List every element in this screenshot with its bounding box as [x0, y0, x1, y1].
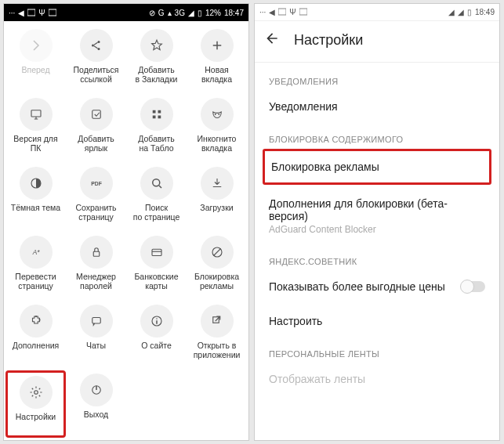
menu-item-label: Тёмная тема	[11, 203, 60, 212]
menu-item-chat[interactable]: Чаты	[66, 301, 126, 369]
svg-rect-1	[49, 9, 56, 16]
blocking-addons-label: Дополнения для блокировки (бета-версия)	[269, 197, 485, 222]
menu-item-desktop[interactable]: Версия для ПК	[5, 95, 66, 162]
card-icon	[27, 9, 35, 16]
menu-item-block[interactable]: Блокировка рекламы	[187, 233, 247, 300]
back-button[interactable]	[264, 31, 280, 49]
menu-item-label: Загрузки	[200, 203, 233, 212]
menu-item-label: О сайте	[141, 341, 172, 350]
signal2-icon: ◢	[188, 9, 194, 17]
star-icon	[140, 29, 173, 62]
search-icon	[140, 167, 173, 200]
signal1-icon: ▴	[168, 9, 172, 17]
menu-item-label: Банковские карты	[134, 272, 178, 291]
advisor-toggle-label: Показывать более выгодные цены	[269, 280, 462, 293]
menu-item-label: Добавить на Табло	[138, 134, 174, 153]
mask-icon	[201, 98, 234, 131]
menu-item-forward: Вперед	[5, 26, 66, 93]
lock-icon	[80, 236, 113, 269]
battery-pct: 12%	[205, 9, 221, 17]
clock: 18:49	[475, 8, 495, 16]
battery-icon: ▯	[198, 9, 202, 17]
menu-item-mask[interactable]: Инкогнито вкладка	[187, 95, 247, 162]
menu-item-label: Сохранить страницу	[75, 203, 116, 222]
chat-icon	[80, 305, 113, 338]
menu-item-label: Новая вкладка	[201, 65, 232, 84]
net-3g-icon: 3G	[175, 9, 185, 17]
desktop-icon	[20, 98, 53, 131]
advisor-toggle-row[interactable]: Показывать более выгодные цены	[255, 269, 499, 304]
battery-icon: ▯	[467, 8, 472, 16]
shortcut-icon	[80, 98, 113, 131]
notifications-section-header: УВЕДОМЛЕНИЯ	[255, 66, 499, 89]
msg-icon	[49, 9, 56, 16]
menu-item-label: Инкогнито вкладка	[198, 134, 237, 153]
menu-item-label: Добавить в Закладки	[136, 65, 178, 84]
status-bar: ··· ◀ Ψ ◢ ◢ ▯ 18:49	[255, 4, 499, 21]
power-icon	[80, 374, 113, 406]
feeds-cut-row: Отображать ленты	[255, 362, 499, 385]
menu-item-half[interactable]: Тёмная тема	[5, 164, 66, 231]
svg-rect-3	[299, 9, 307, 15]
usb-icon: Ψ	[38, 9, 45, 17]
menu-item-star[interactable]: Добавить в Закладки	[126, 26, 187, 93]
menu-item-label: Вперед	[21, 65, 49, 74]
blocking-addons-sub: AdGuard Content Blocker	[269, 224, 485, 235]
usb-icon: Ψ	[289, 8, 296, 16]
send-icon: ◀	[18, 9, 24, 17]
ad-blocking-row[interactable]: Блокировка рекламы	[263, 149, 491, 185]
advisor-toggle-switch[interactable]	[462, 281, 485, 292]
wifi-icon: ⊘	[149, 9, 155, 17]
menu-item-share[interactable]: Поделиться ссылкой	[66, 26, 126, 93]
menu-item-label: Поделиться ссылкой	[74, 65, 119, 84]
menu-item-card[interactable]: Банковские карты	[126, 233, 187, 300]
right-phone-screenshot: ··· ◀ Ψ ◢ ◢ ▯ 18:49 Настройки УВЕДОМЛЕНИ…	[254, 3, 500, 441]
share-icon	[80, 29, 113, 62]
menu-item-power[interactable]: Выход	[66, 370, 126, 438]
menu-item-plus[interactable]: Новая вкладка	[187, 26, 247, 93]
signal2-icon: ◢	[458, 8, 464, 16]
settings-title: Настройки	[294, 32, 363, 49]
advisor-configure-row[interactable]: Настроить	[255, 304, 499, 338]
msg-icon	[299, 8, 307, 16]
card-icon	[140, 236, 173, 269]
info-icon	[140, 305, 173, 338]
menu-item-pdf[interactable]: Сохранить страницу	[66, 164, 126, 231]
menu-item-info[interactable]: О сайте	[126, 301, 187, 369]
menu-item-label: Открыть в приложении	[194, 341, 241, 359]
pdf-icon	[80, 167, 113, 200]
chat-icon: ···	[9, 9, 15, 17]
menu-item-label: Блокировка рекламы	[194, 272, 239, 291]
blocking-addons-row[interactable]: Дополнения для блокировки (бета-версия) …	[255, 186, 499, 246]
chat-icon: ···	[259, 8, 266, 16]
notifications-row[interactable]: Уведомления	[255, 89, 499, 124]
menu-item-label: Чаты	[86, 341, 106, 350]
menu-item-label: Менеджер паролей	[76, 272, 116, 291]
menu-item-label: Поиск по странице	[133, 203, 180, 222]
feeds-section-header: ПЕРСОНАЛЬНЫЕ ЛЕНТЫ	[255, 338, 499, 362]
menu-item-translate[interactable]: Перевести страницу	[5, 233, 66, 300]
signal1-icon: ◢	[448, 8, 455, 16]
menu-item-shortcut[interactable]: Добавить ярлык	[66, 95, 126, 162]
menu-item-search[interactable]: Поиск по странице	[126, 164, 187, 231]
menu-item-grid[interactable]: Добавить на Табло	[126, 95, 187, 162]
menu-item-extension[interactable]: Дополнения	[5, 301, 66, 369]
menu-item-open[interactable]: Открыть в приложении	[187, 301, 247, 369]
menu-item-lock[interactable]: Менеджер паролей	[66, 233, 126, 300]
net-g-icon: G	[158, 9, 165, 17]
clock: 18:47	[224, 9, 244, 17]
menu-item-download[interactable]: Загрузки	[187, 164, 247, 231]
menu-item-label: Перевести страницу	[15, 272, 56, 291]
send-icon: ◀	[269, 8, 275, 16]
menu-item-label: Выход	[84, 410, 108, 419]
left-phone-screenshot: ··· ◀ Ψ ⊘ G ▴ 3G ◢ ▯ 12% 18:47 ВпередПод…	[3, 3, 249, 441]
menu-item-gear[interactable]: Настройки	[5, 370, 66, 438]
menu-item-label: Настройки	[16, 412, 56, 421]
download-icon	[201, 167, 234, 200]
svg-rect-0	[27, 9, 35, 16]
menu-item-label: Добавить ярлык	[78, 134, 114, 153]
open-icon	[201, 305, 234, 338]
content-blocking-section-header: БЛОКИРОВКА СОДЕРЖИМОГО	[255, 124, 499, 147]
gear-icon	[20, 376, 53, 409]
extension-icon	[20, 305, 53, 338]
